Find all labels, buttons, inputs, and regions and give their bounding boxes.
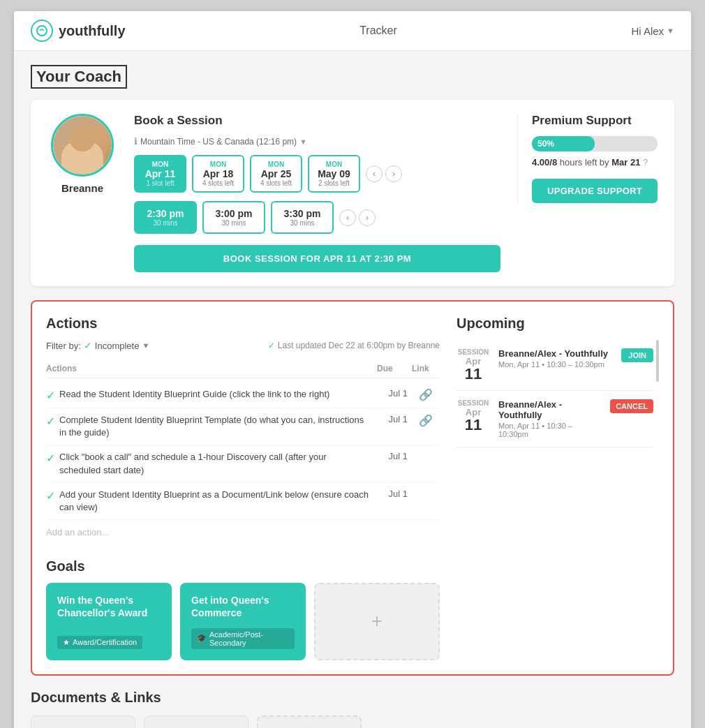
session-day-0: 11 — [457, 366, 490, 382]
timezone-dropdown-icon[interactable]: ▼ — [299, 138, 307, 146]
time-slot-0[interactable]: 2:30 pm 30 mins — [134, 201, 197, 234]
action-text-3: Add your Student Identity Blueprint as a… — [59, 489, 369, 514]
goal-tag-icon-1: 🎓 — [197, 634, 207, 643]
nav-tracker: Tracker — [359, 24, 397, 37]
time-sub-1: 30 mins — [214, 219, 254, 227]
action-row-2: ✓ Click "book a call" and schedule a 1-h… — [46, 445, 440, 482]
date-main-0: Apr 11 — [144, 168, 177, 179]
session-details-1: Breanne/Alex - Youthfully Mon, Apr 11 • … — [498, 399, 602, 438]
filter-row: Filter by: ✓ Incomplete ▼ ✓ Last updated… — [46, 340, 440, 351]
day-label-0: MON — [144, 161, 177, 168]
date-slot-2[interactable]: MON Apr 25 4 slots left — [250, 155, 302, 193]
date-main-2: Apr 25 — [260, 168, 292, 179]
session-day-1: 11 — [457, 417, 490, 433]
logo-text: youthfully — [59, 23, 126, 39]
last-updated: ✓ Last updated Dec 22 at 6:00pm by Brean… — [268, 341, 440, 350]
goals-title: Goals — [46, 558, 440, 574]
session-item-1: SESSION Apr 11 Breanne/Alex - Youthfully… — [457, 391, 653, 447]
add-document-button[interactable]: + — [257, 715, 362, 729]
book-session-button[interactable]: BOOK SESSION FOR APR 11 AT 2:30 PM — [134, 245, 500, 272]
action-due-1: Jul 1 — [373, 414, 408, 424]
prev-date-arrow[interactable]: ‹ — [366, 165, 383, 182]
last-updated-text: Last updated Dec 22 at 6:00pm by Breanne — [278, 341, 440, 350]
action-due-0: Jul 1 — [373, 388, 408, 399]
actions-table: Actions Due Link ✓ Read the Student Iden… — [46, 359, 440, 520]
hours-value: 4.00/8 — [532, 157, 557, 168]
booking-title: Book a Session — [134, 114, 500, 128]
date-nav-arrows: ‹ › — [366, 165, 402, 182]
logo: youthfully — [31, 20, 126, 42]
action-due-3: Jul 1 — [373, 489, 408, 499]
filter-label: Filter by: ✓ Incomplete ▼ — [46, 340, 149, 351]
session-name-0: Breanne/Alex - Youthfully — [498, 348, 613, 359]
session-badge-1: SESSION Apr 11 — [457, 399, 490, 433]
time-main-1: 3:00 pm — [214, 208, 254, 219]
filter-dropdown-icon[interactable]: ▼ — [142, 341, 149, 350]
time-slot-1[interactable]: 3:00 pm 30 mins — [202, 201, 265, 234]
user-menu[interactable]: Hi Alex ▼ — [631, 25, 674, 37]
filter-value[interactable]: Incomplete — [95, 341, 140, 351]
date-slot-1[interactable]: MON Apr 18 4 slots left — [192, 155, 244, 193]
documents-grid: Student Identity Blueprint Guide Student… — [31, 715, 674, 729]
date-slot-3[interactable]: MON May 09 2 slots left — [308, 155, 360, 193]
filter-check-icon: ✓ — [84, 340, 92, 351]
join-session-button-0[interactable]: JOIN — [621, 348, 653, 362]
date-slot-0[interactable]: MON Apr 11 1 slot left — [134, 155, 186, 193]
coach-name: Breanne — [61, 182, 103, 194]
upgrade-support-button[interactable]: UPGRADE SUPPORT — [532, 179, 658, 203]
goal-tag-1: 🎓 Academic/Post-Secondary — [191, 628, 295, 649]
session-time-0: Mon, Apr 11 • 10:30 – 10:30pm — [498, 360, 613, 369]
goal-card-0[interactable]: Win the Queen's Chancellor's Award ★ Awa… — [46, 583, 172, 660]
time-slots-row: 2:30 pm 30 mins 3:00 pm 30 mins 3:30 pm … — [134, 201, 500, 234]
add-goal-button[interactable]: + — [314, 583, 440, 660]
prev-time-arrow[interactable]: ‹ — [339, 209, 356, 226]
action-check-3: ✓ — [46, 489, 55, 503]
info-icon: ℹ — [134, 136, 138, 147]
time-main-0: 2:30 pm — [145, 208, 186, 219]
action-link-0[interactable]: 🔗 — [412, 388, 440, 401]
next-date-arrow[interactable]: › — [385, 165, 402, 182]
date-slots-row: MON Apr 11 1 slot left MON Apr 18 4 slot… — [134, 155, 500, 193]
slots-left-2: 4 slots left — [260, 179, 292, 187]
svg-point-0 — [37, 26, 47, 36]
actions-upcoming-section: Actions Filter by: ✓ Incomplete ▼ ✓ Last… — [31, 300, 674, 676]
cancel-session-button-1[interactable]: CANCEL — [610, 399, 653, 413]
time-sub-2: 30 mins — [282, 219, 322, 227]
goal-tag-text-0: Award/Certification — [73, 638, 137, 646]
slots-left-0: 1 slot left — [144, 179, 177, 187]
session-label-1: SESSION — [457, 399, 490, 407]
goal-card-1[interactable]: Get into Queen's Commerce 🎓 Academic/Pos… — [180, 583, 306, 660]
booking-section: Book a Session ℹ Mountain Time - US & Ca… — [134, 114, 500, 272]
doc-card-1[interactable]: Student Identity Blueprint™ [TEMPLATE] — [144, 715, 248, 729]
action-text-1: Complete Student Identity Blueprint Temp… — [59, 414, 369, 439]
add-goal-icon: + — [371, 610, 383, 632]
coach-card: Breanne Book a Session ℹ Mountain Time -… — [31, 100, 674, 286]
slots-left-3: 2 slots left — [318, 179, 350, 187]
updated-check-icon: ✓ — [268, 341, 275, 350]
hours-deadline: Mar 21 — [611, 157, 640, 168]
doc-card-0[interactable]: Student Identity Blueprint Guide — [31, 715, 135, 729]
action-due-2: Jul 1 — [373, 451, 408, 461]
action-link-1[interactable]: 🔗 — [412, 414, 440, 427]
add-action-input[interactable]: Add an action... — [46, 520, 440, 544]
help-icon[interactable]: ? — [643, 157, 648, 168]
documents-section: Documents & Links Student Identity Bluep… — [31, 690, 674, 729]
scrollbar[interactable] — [656, 340, 659, 382]
goal-tag-text-1: Academic/Post-Secondary — [209, 630, 289, 647]
goal-tag-0: ★ Award/Certification — [57, 636, 142, 649]
coach-avatar-section: Breanne — [47, 114, 117, 194]
session-name-1: Breanne/Alex - Youthfully — [498, 399, 602, 420]
session-time-1: Mon, Apr 11 • 10:30 – 10:30pm — [498, 422, 602, 438]
logo-icon — [31, 20, 53, 42]
action-row-3: ✓ Add your Student Identity Blueprint as… — [46, 483, 440, 520]
goal-tag-icon-0: ★ — [63, 638, 70, 647]
documents-title: Documents & Links — [31, 690, 674, 706]
premium-section: Premium Support 50% 4.00/8 hours left by… — [517, 114, 658, 203]
premium-title: Premium Support — [532, 114, 658, 128]
next-time-arrow[interactable]: › — [359, 209, 376, 226]
time-slot-2[interactable]: 3:30 pm 30 mins — [271, 201, 334, 234]
timezone-text: Mountain Time - US & Canada (12:16 pm) — [140, 137, 297, 147]
date-main-1: Apr 18 — [202, 168, 235, 179]
timezone-row: ℹ Mountain Time - US & Canada (12:16 pm)… — [134, 136, 500, 147]
time-main-2: 3:30 pm — [282, 208, 322, 219]
